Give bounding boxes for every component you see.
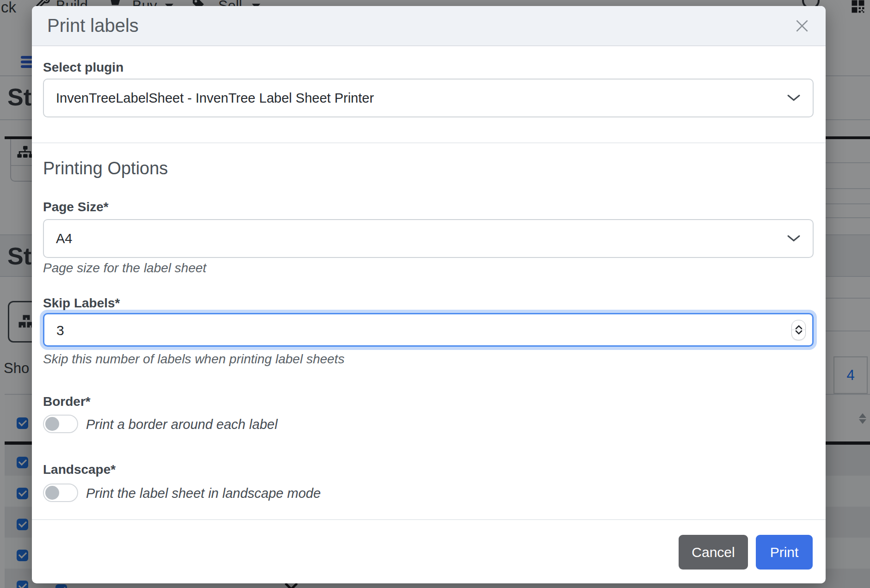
border-toggle[interactable] (43, 415, 78, 433)
print-labels-modal: Print labels Select plugin InvenTreeLabe… (32, 6, 826, 583)
number-stepper[interactable] (791, 320, 806, 340)
skip-labels-input-wrap (43, 313, 814, 347)
landscape-toggle[interactable] (43, 484, 78, 502)
chevron-down-icon (795, 330, 803, 335)
landscape-toggle-label: Print the label sheet in landscape mode (86, 486, 321, 501)
page-size-value: A4 (56, 231, 72, 246)
plugin-select[interactable]: InvenTreeLabelSheet - InvenTree Label Sh… (43, 79, 814, 117)
cancel-button-label: Cancel (692, 545, 735, 560)
modal-header: Print labels (32, 6, 826, 46)
printing-options-title: Printing Options (43, 159, 168, 178)
cancel-button[interactable]: Cancel (679, 535, 748, 570)
skip-labels-label: Skip Labels* (43, 296, 120, 311)
border-label: Border* (43, 394, 91, 409)
toggle-knob (45, 417, 59, 431)
page-size-label: Page Size* (43, 200, 109, 214)
chevron-up-icon (795, 325, 803, 330)
print-button[interactable]: Print (756, 535, 813, 570)
landscape-label: Landscape* (43, 462, 116, 477)
skip-labels-help: Skip this number of labels when printing… (43, 352, 344, 367)
page-size-help: Page size for the label sheet (43, 261, 206, 276)
close-icon[interactable] (793, 17, 811, 35)
plugin-select-value: InvenTreeLabelSheet - InvenTree Label Sh… (56, 91, 374, 106)
plugin-field-label: Select plugin (43, 60, 123, 75)
page-size-select[interactable]: A4 (43, 219, 814, 258)
footer-divider (32, 519, 826, 520)
screen: ck Build Buy Sell (0, 0, 870, 588)
skip-labels-input[interactable] (44, 314, 710, 346)
border-toggle-label: Print a border around each label (86, 417, 277, 432)
print-button-label: Print (770, 545, 799, 560)
toggle-knob (45, 486, 59, 500)
chevron-down-icon (787, 231, 801, 246)
section-divider (32, 142, 826, 143)
modal-title: Print labels (47, 15, 139, 36)
chevron-down-icon (787, 91, 801, 106)
